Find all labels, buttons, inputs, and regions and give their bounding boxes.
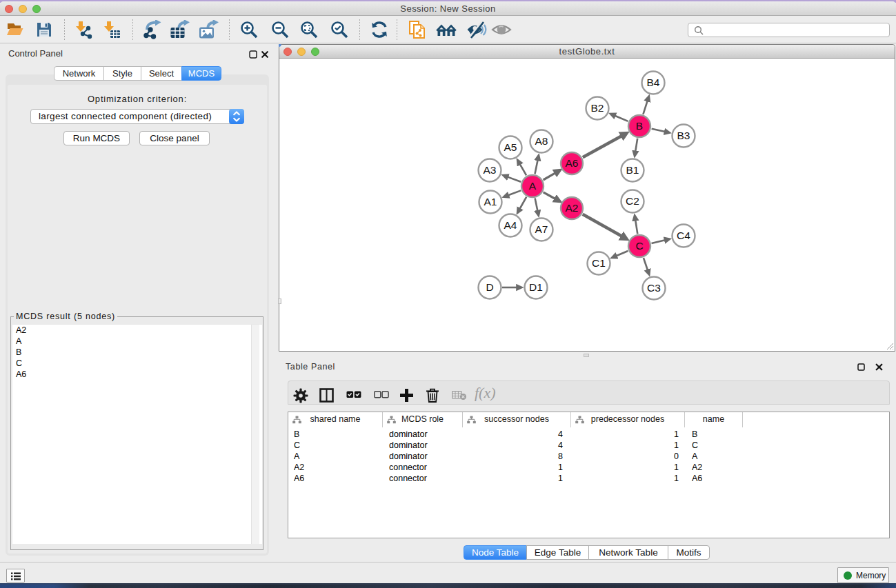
svg-text:B4: B4 (647, 77, 660, 88)
svg-text:A2: A2 (566, 202, 579, 214)
svg-text:D1: D1 (529, 281, 543, 293)
svg-text:B3: B3 (677, 130, 690, 141)
svg-text:A7: A7 (535, 223, 548, 235)
svg-text:C2: C2 (626, 195, 639, 207)
svg-text:A3: A3 (484, 164, 497, 176)
svg-text:C3: C3 (647, 282, 661, 294)
svg-text:B: B (636, 120, 643, 132)
svg-text:A8: A8 (535, 135, 548, 147)
svg-text:A5: A5 (504, 141, 517, 153)
svg-text:B2: B2 (591, 102, 604, 114)
svg-text:D: D (486, 281, 493, 293)
svg-text:C: C (635, 240, 643, 252)
svg-text:A6: A6 (566, 157, 579, 169)
svg-text:A: A (529, 180, 537, 192)
svg-text:A1: A1 (484, 196, 497, 207)
svg-text:B1: B1 (626, 164, 639, 176)
svg-text:C4: C4 (677, 230, 690, 241)
svg-text:A4: A4 (504, 219, 517, 231)
svg-text:C1: C1 (592, 257, 606, 269)
